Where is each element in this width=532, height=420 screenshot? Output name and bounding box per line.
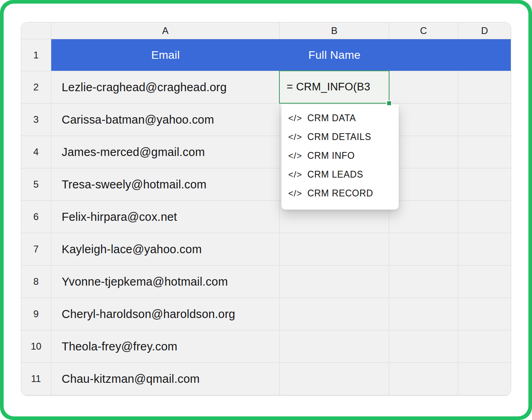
spreadsheet: A B C D 1 Email Full Name 2 Lezlie-cragh… — [21, 22, 511, 396]
autocomplete-label: CRM DETAILS — [307, 132, 371, 142]
row-number[interactable]: 2 — [21, 71, 51, 104]
cell-email[interactable]: Kayleigh-lace@yahoo.com — [51, 233, 280, 266]
cell-email[interactable]: Carissa-batman@yahoo.com — [51, 104, 280, 136]
table-row: 11 Chau-kitzman@qmail.com — [21, 363, 511, 395]
table-row: 7 Kayleigh-lace@yahoo.com — [21, 233, 511, 266]
app-canvas: A B C D 1 Email Full Name 2 Lezlie-cragh… — [4, 4, 528, 416]
cell-d[interactable] — [458, 233, 511, 266]
column-header-a[interactable]: A — [51, 22, 280, 39]
row-number[interactable]: 1 — [21, 39, 51, 71]
header-band: Email Full Name — [51, 39, 511, 71]
table-row: 4 James-merced@gmail.com — [21, 136, 511, 168]
corner-cell[interactable] — [21, 22, 51, 39]
table-row: 9 Cheryl-haroldson@haroldson.org — [21, 298, 511, 330]
cell-email[interactable]: James-merced@gmail.com — [51, 136, 280, 168]
code-icon: </> — [288, 188, 302, 199]
cell-d[interactable] — [458, 266, 511, 298]
cell-c[interactable] — [389, 168, 458, 201]
table-row: 10 Theola-frey@frey.com — [21, 330, 511, 363]
code-icon: </> — [288, 151, 302, 161]
autocomplete-label: CRM LEADS — [307, 169, 363, 180]
cell-b[interactable] — [280, 233, 389, 266]
cell-c[interactable] — [389, 201, 458, 233]
cell-email[interactable]: Theola-frey@frey.com — [51, 330, 280, 363]
row-number[interactable]: 10 — [21, 330, 51, 363]
row-number[interactable]: 4 — [21, 136, 51, 168]
row-number[interactable]: 5 — [21, 168, 51, 201]
cell-d[interactable] — [458, 71, 511, 104]
autocomplete-label: CRM DATA — [307, 113, 356, 124]
row-number[interactable]: 6 — [21, 201, 51, 233]
cell-email[interactable]: Lezlie-craghead@craghead.org — [51, 71, 280, 104]
cell-d[interactable] — [458, 298, 511, 330]
autocomplete-option-crm-leads[interactable]: </> CRM LEADS — [281, 165, 399, 184]
table-row: 2 Lezlie-craghead@craghead.org — [21, 71, 511, 104]
row-number[interactable]: 7 — [21, 233, 51, 266]
header-cell-full-name[interactable]: Full Name — [280, 39, 389, 71]
autocomplete-label: CRM RECORD — [307, 188, 373, 199]
cell-email[interactable]: Felix-hirpara@cox.net — [51, 201, 280, 233]
fill-handle[interactable] — [386, 100, 392, 106]
header-cell-email[interactable]: Email — [51, 39, 280, 71]
cell-b[interactable] — [280, 330, 389, 363]
table-header-row: 1 Email Full Name — [21, 39, 511, 71]
autocomplete-option-crm-info[interactable]: </> CRM INFO — [281, 146, 399, 165]
row-number[interactable]: 3 — [21, 104, 51, 136]
autocomplete-label: CRM INFO — [307, 150, 355, 161]
cell-d[interactable] — [458, 136, 511, 168]
cell-d[interactable] — [458, 330, 511, 363]
cell-email[interactable]: Tresa-sweely@hotmail.com — [51, 168, 280, 201]
column-header-row: A B C D — [21, 22, 511, 39]
cell-b[interactable] — [280, 266, 389, 298]
formula-text: = CRM_INFO(B3 — [287, 81, 370, 93]
cell-c[interactable] — [389, 104, 458, 136]
cell-c[interactable] — [389, 71, 458, 104]
cell-email[interactable]: Yvonne-tjepkema@hotmail.com — [51, 266, 280, 298]
cell-d[interactable] — [458, 104, 511, 136]
cell-c[interactable] — [389, 233, 458, 266]
table-row: 5 Tresa-sweely@hotmail.com — [21, 168, 511, 201]
column-header-d[interactable]: D — [458, 22, 511, 39]
code-icon: </> — [288, 113, 302, 124]
autocomplete-option-crm-data[interactable]: </> CRM DATA — [281, 109, 399, 128]
cell-d[interactable] — [458, 201, 511, 233]
column-header-c[interactable]: C — [389, 22, 458, 39]
cell-email[interactable]: Chau-kitzman@qmail.com — [51, 363, 280, 395]
code-icon: </> — [288, 132, 302, 142]
cell-c[interactable] — [389, 363, 458, 395]
cell-email[interactable]: Cheryl-haroldson@haroldson.org — [51, 298, 280, 330]
cell-c[interactable] — [389, 330, 458, 363]
row-number[interactable]: 9 — [21, 298, 51, 330]
cell-c[interactable] — [389, 136, 458, 168]
cell-c[interactable] — [389, 298, 458, 330]
row-number[interactable]: 11 — [21, 363, 51, 395]
formula-autocomplete-dropdown: </> CRM DATA </> CRM DETAILS </> CRM INF… — [281, 104, 399, 210]
cell-c[interactable] — [389, 266, 458, 298]
table-row: 6 Felix-hirpara@cox.net — [21, 201, 511, 233]
cell-b[interactable] — [280, 298, 389, 330]
table-row: 8 Yvonne-tjepkema@hotmail.com — [21, 266, 511, 298]
cell-d[interactable] — [458, 363, 511, 395]
table-row: 3 Carissa-batman@yahoo.com — [21, 104, 511, 136]
row-number[interactable]: 8 — [21, 266, 51, 298]
autocomplete-option-crm-record[interactable]: </> CRM RECORD — [281, 184, 399, 203]
cell-d[interactable] — [458, 168, 511, 201]
column-header-b[interactable]: B — [280, 22, 389, 39]
autocomplete-option-crm-details[interactable]: </> CRM DETAILS — [281, 128, 399, 146]
cell-b[interactable] — [280, 363, 389, 395]
page: A B C D 1 Email Full Name 2 Lezlie-cragh… — [0, 0, 532, 420]
active-cell-b2[interactable]: = CRM_INFO(B3 — [279, 70, 389, 104]
code-icon: </> — [288, 170, 302, 180]
